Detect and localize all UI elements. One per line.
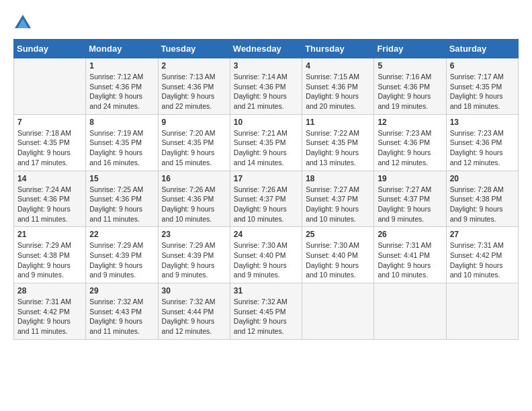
day-number: 25 [306, 230, 370, 239]
day-number: 8 [89, 118, 154, 127]
day-number: 28 [17, 286, 82, 295]
calendar-table: SundayMondayTuesdayWednesdayThursdayFrid… [13, 39, 519, 340]
day-info: Sunrise: 7:15 AMSunset: 4:36 PMDaylight:… [306, 72, 370, 111]
day-info: Sunrise: 7:27 AMSunset: 4:37 PMDaylight:… [306, 185, 370, 224]
day-number: 20 [450, 174, 515, 183]
day-number: 16 [162, 174, 226, 183]
day-info: Sunrise: 7:32 AMSunset: 4:43 PMDaylight:… [89, 297, 154, 336]
week-row-3: 14Sunrise: 7:24 AMSunset: 4:36 PMDayligh… [14, 171, 519, 227]
day-cell [302, 283, 374, 340]
day-cell: 4Sunrise: 7:15 AMSunset: 4:36 PMDaylight… [302, 58, 374, 115]
header-monday: Monday [86, 40, 158, 58]
day-cell: 22Sunrise: 7:29 AMSunset: 4:39 PMDayligh… [86, 227, 158, 283]
day-cell: 6Sunrise: 7:17 AMSunset: 4:35 PMDaylight… [446, 58, 518, 115]
day-info: Sunrise: 7:26 AMSunset: 4:36 PMDaylight:… [162, 185, 226, 224]
day-number: 5 [378, 61, 442, 71]
day-info: Sunrise: 7:17 AMSunset: 4:35 PMDaylight:… [450, 72, 515, 111]
day-number: 11 [306, 118, 370, 127]
day-number: 26 [378, 230, 442, 239]
day-info: Sunrise: 7:29 AMSunset: 4:39 PMDaylight:… [89, 240, 154, 280]
day-cell [374, 283, 446, 340]
day-info: Sunrise: 7:22 AMSunset: 4:35 PMDaylight:… [306, 128, 370, 168]
day-cell: 14Sunrise: 7:24 AMSunset: 4:36 PMDayligh… [14, 171, 86, 227]
day-number: 7 [17, 118, 82, 127]
page-header [13, 13, 519, 32]
day-cell: 30Sunrise: 7:32 AMSunset: 4:44 PMDayligh… [158, 283, 230, 340]
day-info: Sunrise: 7:23 AMSunset: 4:36 PMDaylight:… [378, 128, 442, 168]
day-number: 14 [17, 174, 82, 183]
day-info: Sunrise: 7:12 AMSunset: 4:36 PMDaylight:… [89, 72, 154, 111]
day-info: Sunrise: 7:21 AMSunset: 4:35 PMDaylight:… [234, 128, 298, 168]
header-tuesday: Tuesday [158, 40, 230, 58]
day-cell [14, 58, 86, 115]
day-info: Sunrise: 7:31 AMSunset: 4:42 PMDaylight:… [450, 240, 515, 280]
day-number: 4 [306, 61, 370, 71]
day-number: 10 [234, 118, 298, 127]
day-cell: 27Sunrise: 7:31 AMSunset: 4:42 PMDayligh… [446, 227, 518, 283]
day-info: Sunrise: 7:32 AMSunset: 4:44 PMDaylight:… [162, 297, 226, 336]
day-cell: 1Sunrise: 7:12 AMSunset: 4:36 PMDaylight… [86, 58, 158, 115]
day-number: 31 [234, 286, 298, 295]
day-number: 13 [450, 118, 515, 127]
header-friday: Friday [374, 40, 446, 58]
day-cell: 24Sunrise: 7:30 AMSunset: 4:40 PMDayligh… [230, 227, 302, 283]
day-info: Sunrise: 7:28 AMSunset: 4:38 PMDaylight:… [450, 185, 515, 224]
day-number: 19 [378, 174, 442, 183]
day-cell: 12Sunrise: 7:23 AMSunset: 4:36 PMDayligh… [374, 114, 446, 171]
day-info: Sunrise: 7:32 AMSunset: 4:45 PMDaylight:… [234, 297, 298, 336]
day-number: 22 [89, 230, 154, 239]
day-info: Sunrise: 7:16 AMSunset: 4:36 PMDaylight:… [378, 72, 442, 111]
day-number: 2 [162, 61, 226, 71]
day-info: Sunrise: 7:19 AMSunset: 4:35 PMDaylight:… [89, 128, 154, 168]
day-cell: 28Sunrise: 7:31 AMSunset: 4:42 PMDayligh… [14, 283, 86, 340]
header-thursday: Thursday [302, 40, 374, 58]
day-cell: 7Sunrise: 7:18 AMSunset: 4:35 PMDaylight… [14, 114, 86, 171]
day-number: 9 [162, 118, 226, 127]
day-number: 23 [162, 230, 226, 239]
day-info: Sunrise: 7:18 AMSunset: 4:35 PMDaylight:… [17, 128, 82, 168]
day-cell: 8Sunrise: 7:19 AMSunset: 4:35 PMDaylight… [86, 114, 158, 171]
week-row-5: 28Sunrise: 7:31 AMSunset: 4:42 PMDayligh… [14, 283, 519, 340]
day-number: 18 [306, 174, 370, 183]
day-cell: 17Sunrise: 7:26 AMSunset: 4:37 PMDayligh… [230, 171, 302, 227]
day-info: Sunrise: 7:31 AMSunset: 4:42 PMDaylight:… [17, 297, 82, 336]
day-cell [446, 283, 518, 340]
day-cell: 5Sunrise: 7:16 AMSunset: 4:36 PMDaylight… [374, 58, 446, 115]
day-cell: 9Sunrise: 7:20 AMSunset: 4:35 PMDaylight… [158, 114, 230, 171]
logo [13, 13, 35, 32]
day-cell: 3Sunrise: 7:14 AMSunset: 4:36 PMDaylight… [230, 58, 302, 115]
day-cell: 29Sunrise: 7:32 AMSunset: 4:43 PMDayligh… [86, 283, 158, 340]
day-number: 3 [234, 61, 298, 71]
day-info: Sunrise: 7:27 AMSunset: 4:37 PMDaylight:… [378, 185, 442, 224]
day-cell: 26Sunrise: 7:31 AMSunset: 4:41 PMDayligh… [374, 227, 446, 283]
header-saturday: Saturday [446, 40, 518, 58]
week-row-1: 1Sunrise: 7:12 AMSunset: 4:36 PMDaylight… [14, 58, 519, 115]
day-info: Sunrise: 7:29 AMSunset: 4:38 PMDaylight:… [17, 240, 82, 280]
day-info: Sunrise: 7:24 AMSunset: 4:36 PMDaylight:… [17, 185, 82, 224]
day-cell: 20Sunrise: 7:28 AMSunset: 4:38 PMDayligh… [446, 171, 518, 227]
day-number: 12 [378, 118, 442, 127]
day-cell: 25Sunrise: 7:30 AMSunset: 4:40 PMDayligh… [302, 227, 374, 283]
day-number: 24 [234, 230, 298, 239]
day-cell: 23Sunrise: 7:29 AMSunset: 4:39 PMDayligh… [158, 227, 230, 283]
day-info: Sunrise: 7:30 AMSunset: 4:40 PMDaylight:… [306, 240, 370, 280]
header-sunday: Sunday [14, 40, 86, 58]
day-number: 6 [450, 61, 515, 71]
day-number: 1 [89, 61, 154, 71]
day-number: 21 [17, 230, 82, 239]
day-info: Sunrise: 7:26 AMSunset: 4:37 PMDaylight:… [234, 185, 298, 224]
day-cell: 15Sunrise: 7:25 AMSunset: 4:36 PMDayligh… [86, 171, 158, 227]
day-number: 17 [234, 174, 298, 183]
day-cell: 31Sunrise: 7:32 AMSunset: 4:45 PMDayligh… [230, 283, 302, 340]
week-row-4: 21Sunrise: 7:29 AMSunset: 4:38 PMDayligh… [14, 227, 519, 283]
day-info: Sunrise: 7:25 AMSunset: 4:36 PMDaylight:… [89, 185, 154, 224]
day-cell: 13Sunrise: 7:23 AMSunset: 4:36 PMDayligh… [446, 114, 518, 171]
day-cell: 11Sunrise: 7:22 AMSunset: 4:35 PMDayligh… [302, 114, 374, 171]
header-wednesday: Wednesday [230, 40, 302, 58]
day-number: 30 [162, 286, 226, 295]
day-number: 27 [450, 230, 515, 239]
day-cell: 19Sunrise: 7:27 AMSunset: 4:37 PMDayligh… [374, 171, 446, 227]
day-cell: 21Sunrise: 7:29 AMSunset: 4:38 PMDayligh… [14, 227, 86, 283]
day-info: Sunrise: 7:31 AMSunset: 4:41 PMDaylight:… [378, 240, 442, 280]
calendar-header-row: SundayMondayTuesdayWednesdayThursdayFrid… [14, 40, 519, 58]
